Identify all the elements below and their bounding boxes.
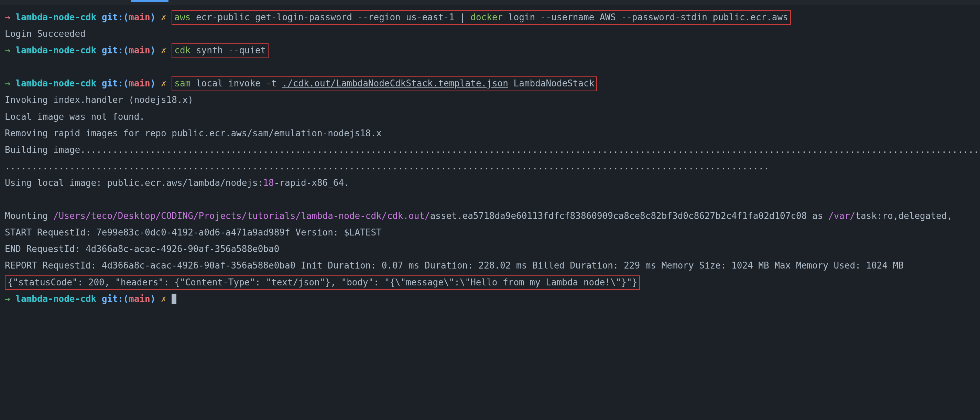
prompt-dirty-icon: ✗ — [161, 12, 166, 22]
cmd-cdk: cdk — [174, 45, 191, 56]
output-start: START RequestId: 7e99e83c-0dc0-4192-a0d6… — [5, 224, 975, 241]
output-notfound: Local image was not found. — [5, 109, 975, 125]
prompt-line-3: → lambda-node-cdk git:(main) ✗ sam local… — [5, 75, 975, 91]
output-login: Login Succeeded — [5, 26, 975, 42]
prompt-folder: lambda-node-cdk — [16, 78, 96, 88]
highlighted-command-1: aws ecr-public get-login-password --regi… — [172, 10, 791, 25]
output-invoking: Invoking index.handler (nodejs18.x) — [5, 91, 975, 108]
output-dots: ........................................… — [5, 158, 975, 174]
prompt-arrow: → — [5, 12, 10, 22]
blank-line — [5, 59, 975, 75]
prompt-line-2: → lambda-node-cdk git:(main) ✗ cdk synth… — [5, 42, 975, 59]
terminal[interactable]: → lambda-node-cdk git:(main) ✗ aws ecr-p… — [0, 5, 980, 311]
git-close: ) — [150, 12, 156, 22]
prompt-dirty-icon: ✗ — [161, 294, 166, 304]
output-report: REPORT RequestId: 4d366a8c-acac-4926-90a… — [5, 257, 975, 274]
cmd-aws: aws — [174, 12, 191, 22]
cmd-docker: docker — [470, 12, 503, 22]
prompt-line-final[interactable]: → lambda-node-cdk git:(main) ✗ — [5, 291, 975, 307]
prompt-dirty-icon: ✗ — [161, 78, 166, 88]
prompt-folder: lambda-node-cdk — [16, 294, 96, 304]
output-mounting: Mounting /Users/teco/Desktop/CODING/Proj… — [5, 208, 975, 224]
terminal-cursor — [172, 294, 177, 304]
highlighted-command-2: cdk synth --quiet — [172, 43, 269, 58]
prompt-line-1: → lambda-node-cdk git:(main) ✗ aws ecr-p… — [5, 9, 975, 26]
prompt-arrow: → — [5, 45, 10, 56]
output-building: Building image..........................… — [5, 142, 975, 158]
blank-line — [5, 191, 975, 208]
cmd-sam: sam — [174, 78, 191, 88]
output-json-line: {"statusCode": 200, "headers": {"Content… — [5, 274, 975, 291]
cmd-path: ./cdk.out/LambdaNodeCdkStack.template.js… — [282, 78, 508, 88]
prompt-folder: lambda-node-cdk — [16, 45, 96, 56]
output-local-image: Using local image: public.ecr.aws/lambda… — [5, 174, 975, 191]
prompt-arrow: → — [5, 78, 10, 88]
prompt-dirty-icon: ✗ — [161, 45, 166, 56]
git-label: git:( — [102, 12, 129, 22]
highlighted-command-3: sam local invoke -t ./cdk.out/LambdaNode… — [172, 77, 597, 91]
git-branch: main — [129, 12, 150, 22]
window-topbar — [0, 0, 980, 5]
output-end: END RequestId: 4d366a8c-acac-4926-90af-3… — [5, 241, 975, 257]
output-removing: Removing rapid images for repo public.ec… — [5, 125, 975, 142]
prompt-arrow: → — [5, 294, 10, 304]
highlighted-output-json: {"statusCode": 200, "headers": {"Content… — [5, 275, 640, 290]
active-tab-indicator — [130, 0, 169, 2]
prompt-folder: lambda-node-cdk — [16, 12, 96, 22]
